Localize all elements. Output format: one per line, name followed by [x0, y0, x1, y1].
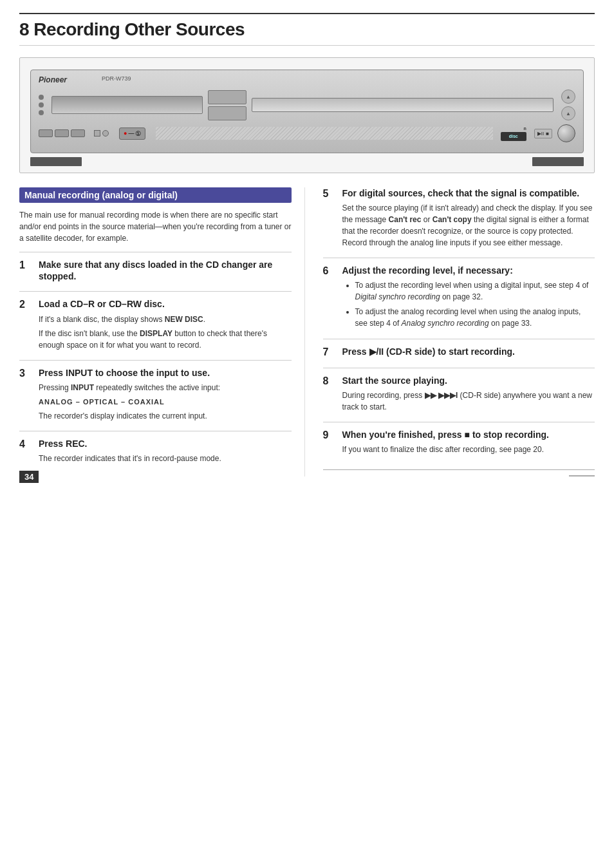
- col-right: 5 For digital sources, check that the si…: [321, 187, 595, 476]
- device-slot-small-1: [208, 90, 247, 104]
- step-3-extra: The recorder's display indicates the cur…: [39, 410, 292, 422]
- step-2-title: Load a CD–R or CD–RW disc.: [39, 298, 165, 310]
- device-eject-1[interactable]: ▲: [561, 90, 575, 104]
- device-footer-bar-left: [30, 157, 82, 166]
- device-transport: ▶II ■: [534, 129, 552, 138]
- device-image: Pioneer PDR-W739: [19, 57, 595, 173]
- step-2-body: If it's a blank disc, the display shows …: [19, 314, 292, 351]
- step-7: 7 Press ▶/II (CD-R side) to start record…: [323, 339, 595, 367]
- step-3-sequence: ANALOG – OPTICAL – COAXIAL: [39, 398, 165, 406]
- col-left: Manual recording (analog or digital) The…: [19, 187, 305, 476]
- step-6-number: 6: [323, 265, 336, 277]
- step-9-body-line-1: If you want to finalize the disc after r…: [342, 444, 595, 455]
- step-4: 4 Press REC. The recorder indicates that…: [19, 431, 292, 473]
- step-1: 1 Make sure that any discs loaded in the…: [19, 252, 292, 291]
- device-eject-2[interactable]: ▲: [561, 106, 575, 120]
- volume-knob[interactable]: [557, 124, 575, 142]
- step-9: 9 When you're finished, press ■ to stop …: [323, 422, 595, 464]
- device-model: PDR-W739: [102, 75, 131, 82]
- stop-btn[interactable]: ■: [546, 131, 549, 137]
- device-display: [252, 98, 554, 112]
- section-heading: Manual recording (analog or digital): [19, 187, 292, 203]
- step-5-number: 5: [323, 187, 336, 200]
- device-brand: Pioneer: [39, 75, 67, 84]
- step-8-number: 8: [323, 375, 336, 387]
- step-6-body: To adjust the recording level when using…: [323, 279, 595, 329]
- step-4-number: 4: [19, 438, 32, 450]
- step-4-title: Press REC.: [39, 438, 87, 449]
- step-1-title: Make sure that any discs loaded in the C…: [39, 259, 292, 282]
- device-main-slot: [51, 96, 203, 114]
- page-number: 34: [19, 471, 39, 483]
- step-6-title: Adjust the recording level, if necessary…: [342, 265, 513, 276]
- step-9-title: When you're finished, press ■ to stop re…: [342, 429, 549, 440]
- step-2: 2 Load a CD–R or CD–RW disc. If it's a b…: [19, 291, 292, 359]
- step-9-number: 9: [323, 429, 336, 441]
- step-3-title: Press INPUT to choose the input to use.: [39, 367, 210, 379]
- step-7-title: Press ▶/II (CD-R side) to start recordin…: [342, 346, 516, 357]
- step-8-title: Start the source playing.: [342, 375, 447, 386]
- step-3: 3 Press INPUT to choose the input to use…: [19, 360, 292, 431]
- device-slot-small-2: [208, 106, 247, 120]
- step-6-bullets: To adjust the recording level when using…: [342, 279, 595, 329]
- page-title: 8 Recording Other Sources: [19, 13, 595, 46]
- small-rule: [569, 475, 595, 476]
- step-3-number: 3: [19, 367, 32, 379]
- step-8: 8 Start the source playing. During recor…: [323, 368, 595, 422]
- step-6: 6 Adjust the recording level, if necessa…: [323, 258, 595, 339]
- step-1-number: 1: [19, 259, 32, 271]
- step-5-body: Set the source playing (if it isn't alre…: [323, 202, 595, 249]
- bottom-rule: [323, 469, 595, 470]
- section-intro: The main use for manual recording mode i…: [19, 209, 292, 244]
- step-5-title: For digital sources, check that the sign…: [342, 187, 580, 199]
- step-8-body: During recording, press ▶▶ ▶▶▶I (CD-R si…: [323, 390, 595, 413]
- play-pause-btn[interactable]: ▶II: [537, 131, 544, 137]
- step-4-body: The recorder indicates that it's in reco…: [19, 453, 292, 464]
- step-5: 5 For digital sources, check that the si…: [323, 187, 595, 258]
- step-9-body: If you want to finalize the disc after r…: [323, 444, 595, 455]
- step-7-number: 7: [323, 346, 336, 358]
- step-4-body-line-1: The recorder indicates that it's in reco…: [39, 453, 292, 464]
- device-footer-bar-right: [532, 157, 584, 166]
- step-3-body: Pressing INPUT repeatedly switches the a…: [19, 382, 292, 422]
- step-2-number: 2: [19, 298, 32, 310]
